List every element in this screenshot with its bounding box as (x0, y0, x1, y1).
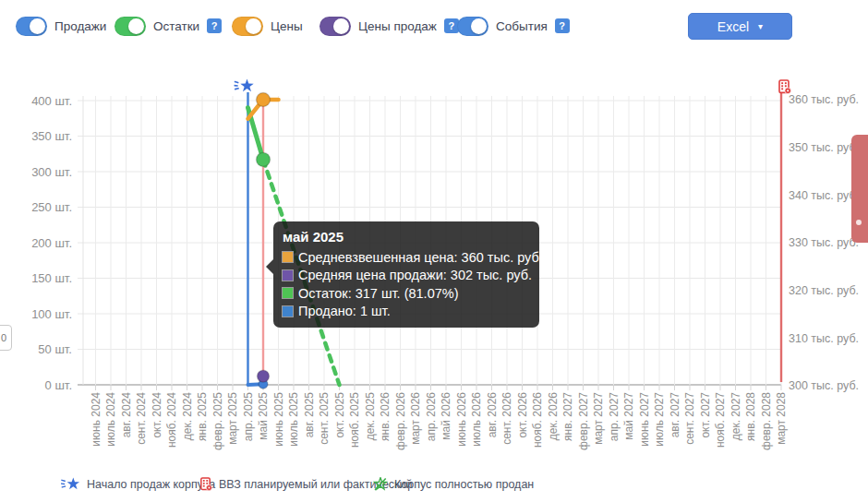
tooltip-row-text: Продано: 1 шт. (298, 304, 391, 318)
left-axis-tick-label: 150 шт. (31, 271, 72, 285)
x-axis-label: март 2027 (592, 392, 605, 445)
toggle-knob (246, 18, 261, 34)
x-axis-label: нояб. 2026 (531, 392, 544, 448)
x-axis-label: сент. 2027 (683, 392, 696, 445)
x-axis-label: июль 2026 (470, 392, 483, 447)
x-axis-label: авг. 2025 (303, 392, 316, 438)
stock-toggle[interactable] (115, 17, 146, 36)
left-edge-input[interactable]: 0 (0, 325, 12, 351)
x-axis-label: окт. 2025 (333, 392, 346, 438)
x-axis-label: дек. 2026 (547, 392, 560, 441)
x-axis-label: июль 2024 (104, 392, 117, 447)
toggle-knob (30, 18, 45, 34)
sales-analytics-page: { "toolbar": { "toggles": [ {"label": "П… (0, 0, 868, 502)
sales-start-star-icon[interactable] (235, 78, 254, 91)
legend-text: Начало продаж корпуса (87, 478, 215, 491)
legend-text: Корпус полностью продан (394, 478, 534, 491)
sales-toggle-label: Продажи (54, 19, 106, 33)
legend-item-sales-start: Начало продаж корпуса (61, 477, 215, 491)
right-axis-tick-label: 340 тыс. руб. (789, 189, 859, 202)
sales-toggle[interactable] (16, 17, 47, 36)
stock-toggle-label: Остатки (153, 19, 199, 33)
x-axis-label: июль 2025 (287, 392, 300, 447)
left-axis-tick-label: 0 шт. (45, 378, 72, 392)
sold-swatch (282, 305, 294, 317)
events-help-icon[interactable]: ? (555, 18, 570, 33)
data-point[interactable] (257, 93, 271, 107)
chart-legend: Начало продаж корпуса ВВЗ планируемый ил… (0, 474, 868, 498)
stock-swatch (282, 287, 294, 299)
weighted-price-swatch (282, 251, 294, 263)
tooltip-row: Продано: 1 шт. (282, 303, 530, 321)
right-edge-panel[interactable] (851, 135, 868, 243)
left-axis-tick-label: 200 шт. (31, 236, 72, 250)
x-axis-label: дек. 2024 (181, 392, 194, 441)
toggle-group-sales: Продажи (16, 16, 106, 36)
x-axis-label: янв. 2026 (379, 392, 392, 441)
left-axis-tick-label: 300 шт. (31, 165, 72, 179)
right-axis-tick-label: 300 тыс. руб. (789, 379, 859, 392)
x-axis-label: май 2025 (257, 392, 270, 440)
x-axis-label: март 2028 (775, 392, 788, 445)
x-axis-label: авг. 2027 (669, 392, 681, 438)
left-axis-tick-label: 250 шт. (31, 200, 72, 214)
x-axis-label: авг. 2024 (120, 392, 133, 438)
x-axis-label: июнь 2027 (638, 392, 651, 447)
right-axis-tick-label: 350 тыс. руб. (789, 141, 859, 154)
sale-prices-toggle-label: Цены продаж (358, 19, 437, 33)
left-axis-tick-label: 350 шт. (31, 129, 72, 143)
events-toggle[interactable] (457, 17, 488, 36)
tooltip-arrow (266, 259, 273, 274)
stock-help-icon[interactable]: ? (207, 18, 222, 33)
x-axis-label: авг. 2026 (486, 392, 499, 438)
tooltip-row-text: Средняя цена продажи: 302 тыс. руб. (298, 268, 532, 282)
toggle-knob (128, 18, 144, 34)
right-axis-tick-label: 360 тыс. руб. (789, 93, 859, 106)
chart-tooltip: май 2025 Средневзвешенная цена: 360 тыс.… (273, 221, 539, 328)
x-axis-label: февр. 2025 (211, 392, 224, 450)
toggle-group-stock: Остатки ? (115, 16, 222, 36)
tooltip-row: Остаток: 317 шт. (81.07%) (282, 284, 530, 303)
tooltip-row: Средневзвешенная цена: 360 тыс. руб. (282, 248, 530, 267)
excel-export-button[interactable]: Excel ▾ (688, 13, 792, 40)
prices-toggle[interactable] (232, 17, 263, 36)
x-axis-label: дек. 2025 (364, 392, 377, 441)
left-axis-tick-label: 50 шт. (38, 342, 72, 356)
x-axis-label: июнь 2025 (272, 392, 285, 447)
x-axis-label: март 2026 (409, 392, 422, 445)
tooltip-title: май 2025 (283, 229, 530, 245)
x-axis-label: апр. 2027 (608, 392, 621, 442)
x-axis-label: янв. 2025 (196, 392, 209, 441)
toggle-group-prices: Цены (232, 16, 303, 36)
vvz-building-icon[interactable] (779, 80, 791, 94)
x-axis-label: март 2025 (226, 392, 239, 445)
tooltip-row-text: Средневзвешенная цена: 360 тыс. руб. (298, 250, 543, 265)
x-axis-label: февр. 2026 (394, 392, 407, 450)
sale-price-swatch (282, 269, 294, 281)
sales-start-star-icon (61, 477, 80, 491)
x-axis-label: дек. 2027 (729, 392, 742, 441)
x-axis-label: окт. 2026 (516, 392, 529, 438)
x-axis-label: июнь 2026 (455, 392, 468, 447)
x-axis-label: апр. 2025 (242, 392, 255, 442)
left-axis-tick-label: 400 шт. (31, 94, 72, 108)
tooltip-row: Средняя цена продажи: 302 тыс. руб. (282, 267, 530, 285)
panel-dot (856, 220, 862, 225)
data-point[interactable] (258, 370, 270, 382)
x-axis-label: окт. 2024 (151, 392, 163, 438)
toggle-group-events: События ? (457, 16, 570, 36)
x-axis-label: нояб. 2027 (714, 392, 727, 448)
x-axis-label: сент. 2026 (500, 392, 513, 445)
x-axis-label: нояб. 2024 (165, 392, 178, 448)
x-axis-label: июль 2027 (653, 392, 666, 447)
x-axis-label: май 2027 (622, 392, 635, 440)
sold-out-star-icon (373, 477, 388, 491)
x-axis-label: февр. 2028 (760, 392, 773, 450)
data-point[interactable] (257, 152, 271, 166)
x-axis-label: апр. 2026 (425, 392, 438, 442)
x-axis-label: июнь 2024 (90, 392, 102, 447)
x-axis-label: сент. 2024 (135, 392, 148, 445)
sale-prices-toggle[interactable] (319, 17, 351, 36)
x-axis-label: май 2026 (440, 392, 452, 440)
x-axis-label: нояб. 2025 (348, 392, 361, 448)
